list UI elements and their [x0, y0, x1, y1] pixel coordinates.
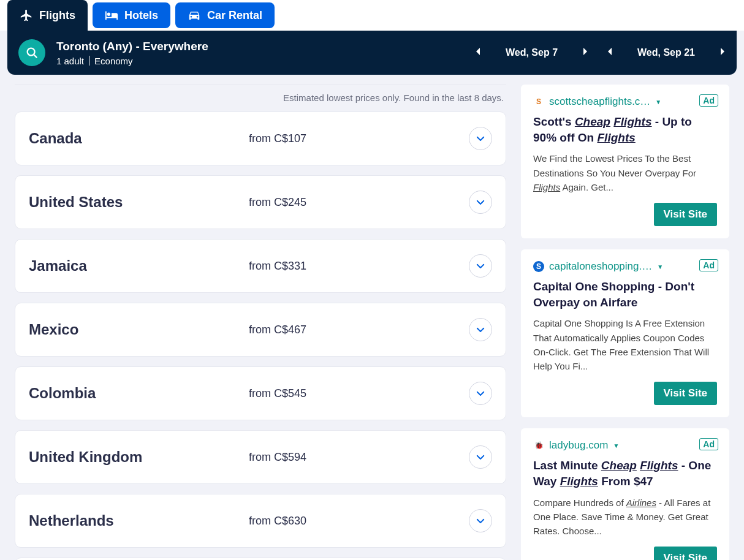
- tab-hotels[interactable]: Hotels: [93, 2, 170, 28]
- result-row[interactable]: United Statesfrom C$245: [15, 175, 506, 229]
- search-icon: [25, 46, 39, 59]
- ad-title: Capital One Shopping - Don't Overpay on …: [533, 279, 717, 310]
- caret-left-icon: [475, 47, 481, 56]
- results-list: Canadafrom C$107United Statesfrom C$245J…: [15, 112, 506, 560]
- result-price: from C$545: [249, 387, 469, 400]
- outbound-next[interactable]: [582, 47, 588, 58]
- expand-button[interactable]: [469, 382, 492, 405]
- expand-button[interactable]: [469, 254, 492, 278]
- result-price: from C$467: [249, 324, 469, 336]
- tab-car-rental[interactable]: Car Rental: [175, 2, 275, 28]
- ad-title: Last Minute Cheap Flights - One Way Flig…: [533, 458, 717, 489]
- ad-body: Capital One Shopping Is A Free Extension…: [533, 316, 717, 373]
- results-column: Estimated lowest prices only. Found in t…: [15, 85, 506, 560]
- visit-site-button[interactable]: Visit Site: [654, 382, 718, 405]
- search-button[interactable]: [18, 39, 45, 66]
- result-row[interactable]: United Kingdomfrom C$594: [15, 430, 506, 484]
- ads-column: AdSscottscheapflights.c…▼Scott's Cheap F…: [521, 85, 729, 560]
- return-next[interactable]: [719, 47, 726, 58]
- result-country: Colombia: [29, 385, 249, 402]
- expand-button[interactable]: [469, 509, 492, 532]
- chevron-down-icon: ▼: [657, 263, 663, 270]
- ad-title: Scott's Cheap Flights - Up to 90% off On…: [533, 114, 717, 145]
- ad-domain-text: ladybug.com: [549, 439, 608, 452]
- chevron-down-icon: [475, 197, 486, 208]
- result-price: from C$630: [249, 515, 469, 528]
- ad-card[interactable]: AdSscottscheapflights.c…▼Scott's Cheap F…: [521, 85, 729, 238]
- chevron-down-icon: [475, 260, 486, 271]
- result-price: from C$107: [249, 132, 469, 145]
- chevron-down-icon: [475, 388, 486, 399]
- result-price: from C$331: [249, 260, 469, 273]
- expand-button[interactable]: [469, 318, 492, 341]
- ad-domain[interactable]: Sscottscheapflights.c…▼: [533, 96, 717, 108]
- result-country: Mexico: [29, 321, 249, 338]
- result-country: United Kingdom: [29, 448, 249, 466]
- tab-car-rental-label: Car Rental: [207, 9, 262, 22]
- search-cabin: Economy: [94, 56, 133, 66]
- outbound-date[interactable]: Wed, Sep 7: [506, 47, 558, 58]
- return-date-group: Wed, Sep 21: [607, 47, 726, 58]
- result-country: Jamaica: [29, 257, 249, 274]
- ad-body: We Find the Lowest Prices To the Best De…: [533, 151, 717, 194]
- result-country: Canada: [29, 130, 249, 147]
- result-row[interactable]: Francefrom C$657: [15, 558, 506, 560]
- chevron-down-icon: ▼: [655, 99, 661, 105]
- return-date[interactable]: Wed, Sep 21: [637, 47, 695, 58]
- ad-domain[interactable]: 🐞ladybug.com▼: [533, 439, 717, 452]
- meta-divider: [89, 56, 89, 66]
- ad-domain[interactable]: Scapitaloneshopping.…▼: [533, 260, 717, 273]
- chevron-down-icon: ▼: [613, 442, 619, 449]
- search-info[interactable]: Toronto (Any) - Everywhere 1 adult Econo…: [56, 40, 475, 66]
- bed-icon: [105, 9, 118, 22]
- tab-flights[interactable]: Flights: [7, 0, 88, 31]
- category-tabs: Flights Hotels Car Rental: [0, 0, 744, 31]
- ad-badge: Ad: [699, 259, 718, 271]
- svg-point-0: [28, 48, 35, 56]
- visit-site-button[interactable]: Visit Site: [654, 203, 718, 226]
- return-prev[interactable]: [607, 47, 613, 58]
- date-picker: Wed, Sep 7 Wed, Sep 21: [475, 47, 726, 58]
- caret-right-icon: [582, 47, 588, 56]
- search-pax: 1 adult: [56, 56, 84, 66]
- ad-domain-text: scottscheapflights.c…: [549, 96, 650, 108]
- plane-icon: [20, 9, 33, 22]
- ad-card[interactable]: Ad🐞ladybug.com▼Last Minute Cheap Flights…: [521, 428, 729, 560]
- chevron-down-icon: [475, 324, 486, 335]
- outbound-prev[interactable]: [475, 47, 481, 58]
- chevron-down-icon: [475, 452, 486, 463]
- result-row[interactable]: Mexicofrom C$467: [15, 303, 506, 357]
- caret-left-icon: [607, 47, 613, 56]
- expand-button[interactable]: [469, 445, 492, 469]
- price-disclaimer: Estimated lowest prices only. Found in t…: [15, 85, 506, 112]
- outbound-date-group: Wed, Sep 7: [475, 47, 588, 58]
- result-row[interactable]: Netherlandsfrom C$630: [15, 494, 506, 548]
- result-row[interactable]: Jamaicafrom C$331: [15, 239, 506, 293]
- result-row[interactable]: Canadafrom C$107: [15, 112, 506, 165]
- ad-badge: Ad: [699, 94, 718, 107]
- result-price: from C$594: [249, 451, 469, 464]
- chevron-down-icon: [475, 515, 486, 526]
- ad-favicon-icon: S: [533, 261, 544, 272]
- ad-domain-text: capitaloneshopping.…: [549, 260, 652, 273]
- tab-flights-label: Flights: [39, 9, 75, 22]
- ad-favicon-icon: 🐞: [533, 440, 544, 451]
- search-summary-bar: Toronto (Any) - Everywhere 1 adult Econo…: [7, 31, 737, 75]
- caret-right-icon: [719, 47, 726, 56]
- result-row[interactable]: Colombiafrom C$545: [15, 366, 506, 420]
- car-icon: [188, 9, 201, 22]
- tab-hotels-label: Hotels: [124, 9, 158, 22]
- result-country: United States: [29, 194, 249, 211]
- ad-body: Compare Hundreds of Airlines - All Fares…: [533, 496, 717, 539]
- visit-site-button[interactable]: Visit Site: [654, 547, 718, 560]
- search-route: Toronto (Any) - Everywhere: [56, 40, 475, 53]
- svg-line-1: [34, 55, 37, 58]
- ad-card[interactable]: AdScapitaloneshopping.…▼Capital One Shop…: [521, 249, 729, 417]
- result-price: from C$245: [249, 196, 469, 209]
- result-country: Netherlands: [29, 512, 249, 529]
- expand-button[interactable]: [469, 191, 492, 214]
- search-meta: 1 adult Economy: [56, 56, 475, 66]
- main-content: Estimated lowest prices only. Found in t…: [0, 75, 744, 560]
- chevron-down-icon: [475, 133, 486, 144]
- expand-button[interactable]: [469, 127, 492, 150]
